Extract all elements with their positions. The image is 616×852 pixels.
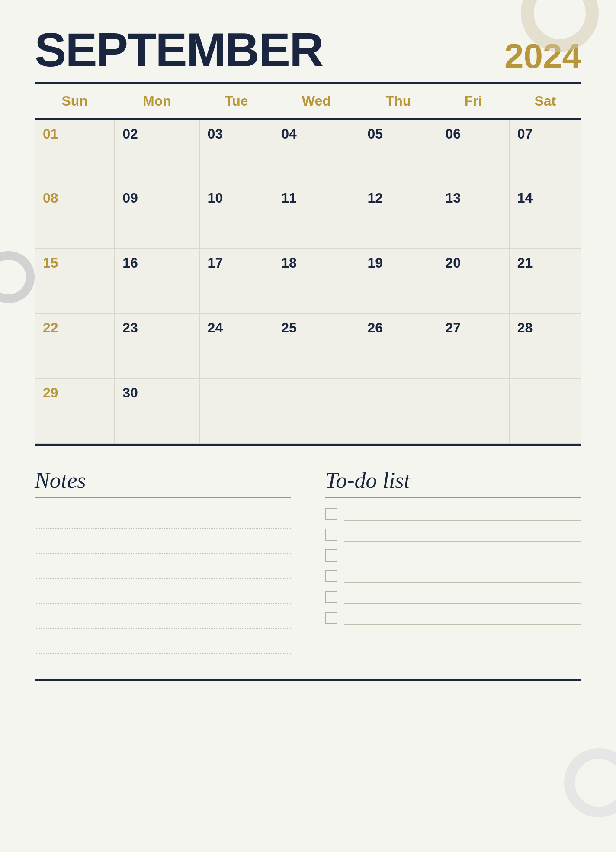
todo-title: To-do list: [325, 468, 581, 493]
bottom-section: Notes To-do list: [35, 468, 581, 658]
todo-item-line: [344, 528, 581, 542]
todo-item[interactable]: [325, 590, 581, 604]
notes-section: Notes: [35, 468, 291, 658]
calendar-week-row: 08091011121314: [35, 184, 581, 249]
deco-circle-bottom-right: [564, 748, 616, 817]
todo-checkbox[interactable]: [325, 612, 337, 624]
note-line: [35, 557, 291, 579]
todo-checkbox[interactable]: [325, 508, 337, 520]
calendar-day-cell[interactable]: 01: [35, 119, 115, 184]
todo-item[interactable]: [325, 611, 581, 625]
calendar-body: 0102030405060708091011121314151617181920…: [35, 119, 581, 444]
calendar-day-cell[interactable]: 05: [359, 119, 437, 184]
calendar-day-cell[interactable]: 10: [199, 184, 273, 249]
calendar-day-cell[interactable]: 30: [115, 379, 199, 444]
header-mon: Mon: [115, 84, 199, 119]
final-border: [35, 679, 581, 681]
calendar-week-row: 22232425262728: [35, 314, 581, 379]
calendar-day-cell[interactable]: [273, 379, 359, 444]
todo-underline: [325, 497, 581, 498]
calendar-day-cell[interactable]: 25: [273, 314, 359, 379]
todo-item-line: [344, 590, 581, 604]
calendar-day-cell[interactable]: 11: [273, 184, 359, 249]
calendar-day-cell[interactable]: 26: [359, 314, 437, 379]
notes-underline: [35, 497, 291, 498]
todo-item[interactable]: [325, 528, 581, 542]
header-tue: Tue: [199, 84, 273, 119]
calendar-day-cell[interactable]: 23: [115, 314, 199, 379]
header-wed: Wed: [273, 84, 359, 119]
todo-checkbox[interactable]: [325, 529, 337, 541]
note-line: [35, 532, 291, 554]
calendar-day-cell[interactable]: 17: [199, 249, 273, 314]
note-line: [35, 633, 291, 654]
calendar-day-cell[interactable]: 06: [437, 119, 509, 184]
calendar-day-cell[interactable]: 07: [509, 119, 581, 184]
calendar-day-cell[interactable]: 27: [437, 314, 509, 379]
calendar-page: SEPTEMBER 2024 Sun Mon Tue Wed Thu Fri S…: [0, 0, 616, 852]
month-title: SEPTEMBER: [35, 26, 323, 74]
header-thu: Thu: [359, 84, 437, 119]
header-sat: Sat: [509, 84, 581, 119]
calendar-day-cell[interactable]: 13: [437, 184, 509, 249]
calendar-table: Sun Mon Tue Wed Thu Fri Sat 010203040506…: [35, 84, 581, 444]
calendar-week-row: 2930: [35, 379, 581, 444]
todo-item[interactable]: [325, 549, 581, 562]
note-line: [35, 582, 291, 604]
todo-checkbox[interactable]: [325, 570, 337, 582]
todo-item[interactable]: [325, 569, 581, 583]
calendar-day-cell[interactable]: 04: [273, 119, 359, 184]
todo-item-line: [344, 507, 581, 521]
todo-item-line: [344, 611, 581, 625]
calendar-day-cell[interactable]: 02: [115, 119, 199, 184]
todo-section: To-do list: [325, 468, 581, 658]
calendar-week-row: 01020304050607: [35, 119, 581, 184]
todo-item-line: [344, 569, 581, 583]
bottom-border: [35, 444, 581, 446]
calendar-day-cell[interactable]: 15: [35, 249, 115, 314]
calendar-day-cell[interactable]: [359, 379, 437, 444]
calendar-day-cell[interactable]: 22: [35, 314, 115, 379]
note-line: [35, 607, 291, 629]
todo-items-container: [325, 507, 581, 625]
header-fri: Fri: [437, 84, 509, 119]
calendar-day-cell[interactable]: 29: [35, 379, 115, 444]
calendar-day-cell[interactable]: [199, 379, 273, 444]
todo-checkbox[interactable]: [325, 549, 337, 562]
calendar-day-cell[interactable]: 12: [359, 184, 437, 249]
calendar-day-cell[interactable]: 16: [115, 249, 199, 314]
header-sun: Sun: [35, 84, 115, 119]
calendar-day-cell[interactable]: 08: [35, 184, 115, 249]
calendar-day-cell[interactable]: 18: [273, 249, 359, 314]
calendar-day-cell[interactable]: 19: [359, 249, 437, 314]
todo-item-line: [344, 549, 581, 562]
notes-title: Notes: [35, 468, 291, 493]
todo-item[interactable]: [325, 507, 581, 521]
note-line: [35, 507, 291, 529]
calendar-day-cell[interactable]: 09: [115, 184, 199, 249]
header: SEPTEMBER 2024: [35, 26, 581, 74]
calendar-day-cell[interactable]: 14: [509, 184, 581, 249]
calendar-header-row: Sun Mon Tue Wed Thu Fri Sat: [35, 84, 581, 119]
calendar-day-cell[interactable]: 28: [509, 314, 581, 379]
deco-circle-left: [0, 251, 35, 303]
todo-checkbox[interactable]: [325, 591, 337, 603]
notes-lines-container: [35, 507, 291, 654]
calendar-day-cell[interactable]: 03: [199, 119, 273, 184]
calendar-day-cell[interactable]: [509, 379, 581, 444]
calendar-day-cell[interactable]: 24: [199, 314, 273, 379]
calendar-day-cell[interactable]: [437, 379, 509, 444]
calendar-week-row: 15161718192021: [35, 249, 581, 314]
calendar-day-cell[interactable]: 20: [437, 249, 509, 314]
calendar-day-cell[interactable]: 21: [509, 249, 581, 314]
